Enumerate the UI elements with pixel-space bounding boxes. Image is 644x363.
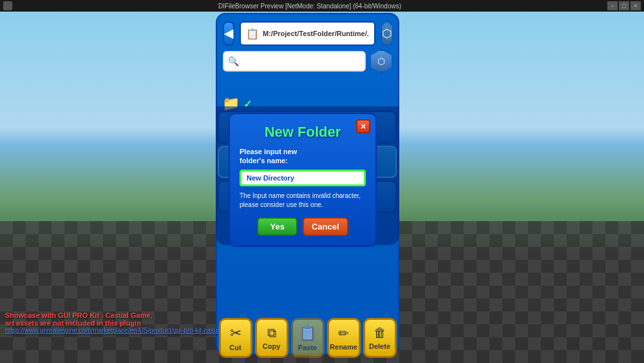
minimize-button[interactable]: − — [607, 1, 618, 10]
back-button[interactable]: ◀ — [223, 21, 234, 46]
modal-warning-text: The Input name contains invalid characte… — [240, 191, 366, 210]
paste-label: Paste — [298, 344, 317, 351]
nav-row: ◀ 📋 M:/Project/TestFolder/Runtime/. ⬡ — [223, 21, 393, 46]
hex-menu-button[interactable]: ⬡ — [381, 21, 393, 46]
delete-icon: 🗑 — [374, 326, 386, 340]
paste-icon: 📋 — [299, 325, 316, 342]
title-bar-text: DIFileBrowser Preview [NetMode: Standalo… — [12, 3, 607, 10]
modal-label: Please input newfolder's name: — [240, 147, 366, 166]
cut-button[interactable]: ✂ Cut — [219, 318, 252, 358]
delete-label: Delete — [369, 342, 390, 350]
new-folder-modal: × New Folder Please input newfolder's na… — [229, 113, 377, 247]
copy-icon: ⧉ — [267, 326, 276, 340]
yes-button[interactable]: Yes — [257, 217, 297, 236]
path-bar: 📋 M:/Project/TestFolder/Runtime/. — [240, 21, 375, 46]
watermark-line1: Showcase with GUI PRO Kit - Casual Game, — [5, 311, 241, 319]
modal-buttons: Yes Cancel — [240, 217, 366, 236]
watermark-line2: art assets are not included in this plug… — [5, 319, 241, 327]
title-bar: DIFileBrowser Preview [NetMode: Standalo… — [0, 0, 644, 12]
modal-title: New Folder — [240, 124, 366, 141]
app-icon — [3, 1, 12, 10]
hex-action-button[interactable]: ⬡ — [370, 50, 393, 73]
cut-label: Cut — [229, 344, 241, 351]
search-row: 🔍 ⬡ — [223, 50, 393, 73]
folder-name-input[interactable] — [240, 170, 366, 186]
delete-button[interactable]: 🗑 Delete — [363, 318, 397, 358]
rename-icon: ✏ — [338, 326, 349, 341]
window-controls: − □ × — [607, 1, 641, 10]
watermark-link[interactable]: https://www.unrealengine.com/marketplace… — [5, 327, 241, 334]
panel-header: ◀ 📋 M:/Project/TestFolder/Runtime/. ⬡ 🔍 … — [218, 16, 398, 78]
copy-label: Copy — [263, 342, 281, 350]
copy-button[interactable]: ⧉ Copy — [255, 318, 289, 358]
bottom-toolbar: ✂ Cut ⧉ Copy 📋 Paste ✏ Rename 🗑 Delete — [216, 318, 399, 358]
rename-label: Rename — [330, 343, 357, 351]
search-wrapper: 🔍 — [223, 51, 366, 72]
rename-button[interactable]: ✏ Rename — [327, 318, 361, 358]
cancel-button[interactable]: Cancel — [303, 217, 348, 236]
paste-button: 📋 Paste — [291, 318, 325, 358]
watermark: Showcase with GUI PRO Kit - Casual Game,… — [5, 311, 241, 334]
modal-close-button[interactable]: × — [356, 119, 370, 133]
hex-icon: ⬡ — [382, 26, 392, 41]
cut-icon: ✂ — [230, 325, 242, 342]
path-icon: 📋 — [246, 28, 259, 40]
hex-action-icon: ⬡ — [377, 56, 385, 66]
search-input[interactable] — [223, 51, 366, 72]
close-button[interactable]: × — [630, 1, 641, 10]
maximize-button[interactable]: □ — [619, 1, 629, 10]
path-text: M:/Project/TestFolder/Runtime/. — [263, 30, 369, 37]
